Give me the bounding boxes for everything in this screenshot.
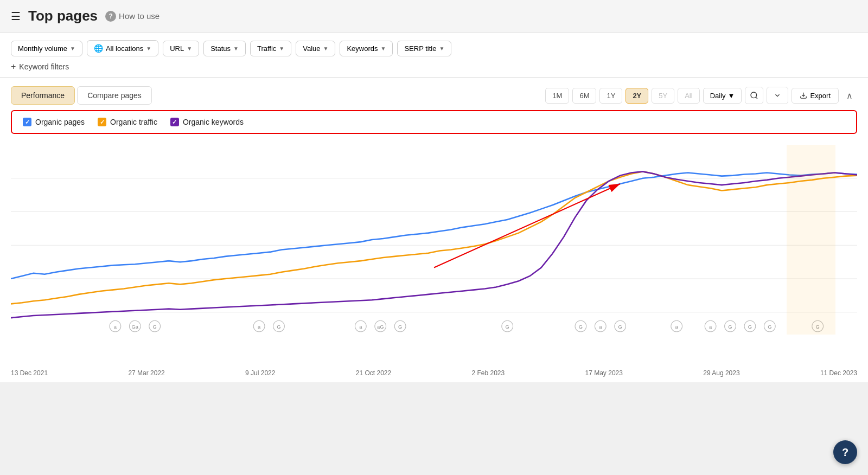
svg-text:G: G	[618, 324, 622, 330]
compare-pages-tab-label: Compare pages	[87, 91, 142, 100]
time-btn-1m[interactable]: 1M	[545, 88, 569, 104]
keywords-label: Keywords	[347, 44, 378, 53]
chevron-down-icon: ▼	[70, 46, 75, 52]
export-label: Export	[810, 92, 831, 100]
help-circle-icon: ?	[105, 11, 116, 22]
all-locations-label: All locations	[106, 44, 143, 53]
svg-text:aG: aG	[377, 324, 384, 330]
svg-text:G: G	[506, 324, 509, 330]
all-locations-filter[interactable]: 🌐 All locations ▼	[87, 40, 158, 56]
chevron-down-icon-2: ▼	[146, 46, 151, 52]
checkbox-organic-pages: ✓	[23, 118, 31, 126]
x-label-4: 21 Oct 2022	[356, 369, 391, 377]
x-label-5: 2 Feb 2023	[471, 369, 505, 377]
daily-label: Daily	[710, 92, 726, 100]
x-axis-labels: 13 Dec 2021 27 Mar 2022 9 Jul 2022 21 Oc…	[0, 367, 868, 382]
status-label: Status	[210, 44, 231, 53]
chevron-down-icon-5: ▼	[279, 46, 284, 52]
svg-text:G: G	[748, 324, 752, 330]
keyword-filters-label: Keyword filters	[19, 62, 69, 71]
x-label-8: 11 Dec 2023	[820, 369, 857, 377]
tab-compare-pages[interactable]: Compare pages	[77, 86, 152, 105]
value-filter[interactable]: Value ▼	[296, 41, 335, 56]
svg-text:G: G	[398, 324, 402, 330]
value-label: Value	[303, 44, 320, 53]
time-btn-2y[interactable]: 2Y	[626, 88, 648, 104]
organic-pages-label: Organic pages	[35, 118, 85, 126]
export-icon	[800, 92, 807, 99]
time-btn-5y[interactable]: 5Y	[652, 88, 674, 104]
chevron-down-icon-7: ▼	[381, 46, 386, 52]
how-to-use-link[interactable]: ? How to use	[105, 11, 159, 22]
legend-organic-keywords[interactable]: ✓ Organic keywords	[170, 118, 244, 126]
traffic-filter[interactable]: Traffic ▼	[250, 41, 291, 56]
hamburger-icon[interactable]: ☰	[11, 10, 21, 23]
chart-controls: Performance Compare pages 1M 6M 1Y 2Y 5Y…	[0, 78, 868, 105]
legend-organic-traffic[interactable]: ✓ Organic traffic	[98, 118, 157, 126]
page-title: Top pages	[28, 8, 98, 24]
annotation-arrow	[434, 184, 620, 267]
organic-keywords-label: Organic keywords	[183, 118, 244, 126]
right-controls: 1M 6M 1Y 2Y 5Y All Daily ▼ Exp	[545, 87, 857, 104]
checkbox-organic-keywords: ✓	[170, 118, 179, 126]
keywords-filter[interactable]: Keywords ▼	[340, 41, 393, 56]
search-icon-btn[interactable]	[745, 87, 763, 104]
svg-text:G: G	[816, 324, 820, 330]
svg-text:G: G	[153, 324, 157, 330]
collapse-button[interactable]: ∧	[842, 88, 857, 103]
svg-point-0	[751, 92, 757, 98]
x-label-6: 17 May 2023	[585, 369, 623, 377]
chart-container: a Ga G a G a aG G G G	[0, 139, 868, 367]
filters-bar: Monthly volume ▼ 🌐 All locations ▼ URL ▼…	[0, 33, 868, 78]
serp-title-filter[interactable]: SERP title ▼	[397, 41, 451, 56]
performance-tab-label: Performance	[21, 91, 65, 100]
svg-text:G: G	[728, 324, 732, 330]
legend-organic-pages[interactable]: ✓ Organic pages	[23, 118, 85, 126]
checkbox-organic-traffic: ✓	[98, 118, 106, 126]
chevron-down-icon-4: ▼	[233, 46, 239, 52]
traffic-label: Traffic	[257, 44, 276, 53]
organic-traffic-label: Organic traffic	[110, 118, 157, 126]
monthly-volume-filter[interactable]: Monthly volume ▼	[11, 41, 82, 56]
svg-text:a: a	[258, 324, 261, 330]
filter-row-1: Monthly volume ▼ 🌐 All locations ▼ URL ▼…	[11, 40, 857, 56]
serp-title-label: SERP title	[404, 44, 436, 53]
globe-icon: 🌐	[94, 44, 103, 53]
performance-chart: a Ga G a G a aG G G G	[11, 145, 857, 335]
event-markers: a Ga G a G a aG G G G	[110, 320, 824, 332]
url-filter[interactable]: URL ▼	[163, 41, 199, 56]
chevron-down-icon-3: ▼	[187, 46, 192, 52]
x-label-3: 9 Jul 2022	[245, 369, 275, 377]
svg-text:a: a	[114, 324, 117, 330]
tab-performance[interactable]: Performance	[11, 86, 75, 105]
tabs-row: Performance Compare pages	[11, 86, 152, 105]
chevron-down-icon-6: ▼	[323, 46, 329, 52]
chevron-down-icon-daily: ▼	[728, 92, 735, 100]
dropdown-icon-btn[interactable]	[767, 87, 788, 104]
time-btn-1y[interactable]: 1Y	[599, 88, 622, 104]
svg-text:a: a	[599, 324, 602, 330]
legend-area: ✓ Organic pages ✓ Organic traffic ✓ Orga…	[11, 110, 857, 134]
svg-text:Ga: Ga	[132, 324, 139, 330]
svg-text:a: a	[675, 324, 679, 330]
plus-icon: +	[11, 62, 16, 72]
x-label-1: 13 Dec 2021	[11, 369, 48, 377]
export-button[interactable]: Export	[792, 88, 839, 104]
url-label: URL	[170, 44, 184, 53]
daily-dropdown[interactable]: Daily ▼	[703, 88, 742, 104]
keyword-filters-row[interactable]: + Keyword filters	[11, 62, 857, 72]
chevron-up-icon: ∧	[846, 91, 853, 100]
svg-text:a: a	[359, 324, 362, 330]
monthly-volume-label: Monthly volume	[18, 44, 67, 53]
svg-text:a: a	[709, 324, 712, 330]
status-filter[interactable]: Status ▼	[203, 41, 246, 56]
x-label-2: 27 Mar 2022	[128, 369, 164, 377]
svg-text:G: G	[768, 324, 771, 330]
svg-line-1	[756, 97, 758, 99]
svg-text:G: G	[277, 324, 280, 330]
x-label-7: 29 Aug 2023	[703, 369, 739, 377]
main-content: Performance Compare pages 1M 6M 1Y 2Y 5Y…	[0, 78, 868, 382]
time-btn-all[interactable]: All	[678, 88, 699, 104]
time-btn-6m[interactable]: 6M	[572, 88, 596, 104]
chevron-down-icon-8: ▼	[439, 46, 444, 52]
